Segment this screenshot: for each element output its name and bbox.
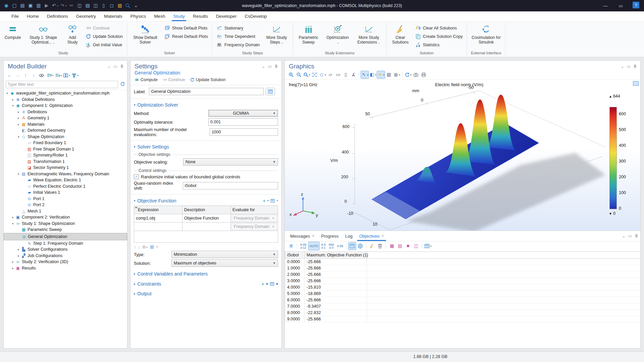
model-tree-node-text-button[interactable]: ▾: [63, 72, 70, 79]
cut-button[interactable]: ✂: [68, 2, 75, 9]
add-study-button[interactable]: Add Study: [62, 22, 83, 45]
tree-node-initial-values-1[interactable]: ▰Initial Values 1: [4, 189, 127, 196]
transparency-button[interactable]: ▨: [385, 71, 392, 78]
section-objective-function[interactable]: ▾ Objective Function +▾ ▾: [134, 198, 278, 203]
expand-all-button[interactable]: ▾: [54, 72, 62, 79]
tree-node-parametric-sweep[interactable]: ▦Parametric Sweep: [4, 227, 127, 233]
tree-expander-icon[interactable]: ▾: [16, 135, 21, 138]
tab-log[interactable]: Log: [342, 231, 356, 241]
precision-850-button[interactable]: 850e-3: [328, 242, 335, 250]
study1-button[interactable]: Study 1: Shape Optimizat...⌄: [24, 22, 62, 45]
help-button[interactable]: ?: [633, 2, 639, 8]
forward-button[interactable]: →: [14, 72, 21, 79]
tree-node-general-optimization[interactable]: ◎General Optimization: [4, 233, 127, 240]
save-as-button[interactable]: ▥: [35, 2, 42, 9]
menu-csdevelop[interactable]: CsDevelop: [240, 11, 271, 21]
tree-node-definitions[interactable]: ▸≡Definitions: [4, 109, 127, 115]
precision-85-button[interactable]: 8.5e-1: [320, 242, 327, 250]
update-solution-button[interactable]: Update Solution: [83, 32, 124, 41]
tree-node-free-shape-domain-1[interactable]: ▨Free Shape Domain 1: [4, 146, 127, 153]
panel-float-icon[interactable]: ▭: [114, 64, 117, 69]
paste-button[interactable]: ▤: [84, 2, 91, 9]
tree-expander-icon[interactable]: ▸: [16, 116, 21, 120]
constraint-table-icon[interactable]: [270, 282, 274, 286]
objectives-row[interactable]: 3.0000-25.666: [285, 278, 641, 284]
environment-button[interactable]: ◍▾: [393, 71, 400, 78]
clear-solutions-button[interactable]: Clear Solutions: [388, 22, 413, 45]
add-row-icon[interactable]: +: [263, 198, 266, 203]
tree-node-deformed-geometry[interactable]: ◧Deformed Geometry: [4, 127, 127, 134]
refresh-icon[interactable]: [120, 81, 125, 88]
more-study-steps-button[interactable]: More Study Steps⌄: [262, 22, 291, 45]
preview-button[interactable]: [124, 2, 131, 9]
tolerance-input[interactable]: 0.001: [208, 118, 278, 126]
tree-node-step-1-frequency-domain[interactable]: ∿Step 1: Frequency Domain: [4, 240, 127, 247]
label-input[interactable]: General Optimization: [149, 88, 264, 95]
tree-node-materials[interactable]: ▸▦Materials: [4, 121, 127, 128]
tree-expander-icon[interactable]: ▸: [11, 98, 15, 101]
table-graph-button[interactable]: ▤: [396, 242, 404, 250]
clear-table-button[interactable]: [368, 242, 376, 250]
section-control-variables[interactable]: ▸ Control Variables and Parameters: [134, 271, 278, 277]
panel-pin-icon[interactable]: [635, 234, 638, 238]
select-frame-button[interactable]: ◻: [108, 2, 115, 9]
color-mode-button[interactable]: ◧▾: [369, 71, 377, 78]
objective-row[interactable]: Frequency Domain▼: [134, 223, 278, 231]
statistics-button[interactable]: Statistics: [413, 41, 465, 49]
precision-085-button[interactable]: 0.85: [336, 242, 344, 250]
view-yz-button[interactable]: ▭: [334, 71, 342, 78]
menu-physics[interactable]: Physics: [126, 11, 150, 21]
solution-select[interactable]: Maximum of objectives▼: [171, 259, 278, 267]
get-initial-value-button[interactable]: Get Initial Value: [83, 41, 124, 49]
close-icon[interactable]: ×: [382, 234, 384, 238]
delete-button[interactable]: ▯: [100, 2, 107, 9]
measure-button[interactable]: ∡: [350, 71, 357, 78]
filter-button[interactable]: ▾: [71, 72, 79, 79]
panel-collapse-icon[interactable]: ⌄: [262, 64, 265, 69]
tree-expander-icon[interactable]: ▾: [5, 92, 9, 95]
move-up-button[interactable]: ↑: [22, 72, 29, 79]
objectives-row[interactable]: 0.0000-25.666: [285, 259, 641, 265]
menu-materials[interactable]: Materials: [100, 11, 126, 21]
cosimulation-button[interactable]: Cosimulation for Simulink: [469, 22, 503, 45]
reset-default-plots-button[interactable]: Reset Default Plots: [162, 32, 210, 41]
tree-expander-icon[interactable]: ▸: [16, 248, 21, 251]
panel-float-icon[interactable]: ▭: [627, 64, 631, 69]
settings-continue-button[interactable]: Continue: [162, 77, 185, 82]
save-button[interactable]: ▣: [27, 2, 34, 9]
filter-input[interactable]: [6, 81, 118, 88]
menu-developer[interactable]: Developer: [212, 11, 241, 21]
add-constraint-icon[interactable]: +: [261, 281, 264, 287]
tree-node-global-definitions[interactable]: ▸⊕Global Definitions: [4, 97, 127, 103]
settings-compute-button[interactable]: Compute: [135, 77, 158, 82]
tree-node-mesh-1[interactable]: △Mesh 1: [4, 208, 127, 215]
objectives-row[interactable]: 4.0000-15.810: [285, 284, 641, 291]
objectives-row[interactable]: 5.0000-18.869: [285, 291, 641, 297]
tree-expander-icon[interactable]: ▸: [11, 266, 15, 270]
move-up-icon[interactable]: ↑: [134, 244, 136, 249]
tab-objectives[interactable]: Objectives×: [356, 231, 387, 241]
objectives-col-max[interactable]: Maximum: Objective Function (1): [305, 252, 367, 259]
tree-expander-icon[interactable]: ▸: [11, 216, 15, 219]
tree-node-solver-configurations[interactable]: ▸▙Solver Configurations: [4, 246, 127, 253]
objectives-col-isobol[interactable]: iSobol: [285, 252, 305, 259]
tree-node-geometry-1[interactable]: ▸AGeometry 1: [4, 115, 127, 121]
tree-expander-icon[interactable]: ▾: [11, 222, 15, 225]
panel-pin-icon[interactable]: [633, 64, 637, 69]
table-format-button[interactable]: [348, 242, 356, 250]
panel-float-icon[interactable]: ▭: [268, 64, 272, 69]
delete-results-button[interactable]: [376, 242, 384, 250]
panel-collapse-icon[interactable]: ⌄: [108, 64, 111, 69]
table-options-icon[interactable]: [150, 245, 154, 249]
minimize-button[interactable]: —: [598, 0, 613, 11]
refresh-plot-button[interactable]: ▾: [404, 71, 412, 78]
delete-row-icon[interactable]: ≣×: [142, 244, 148, 249]
tree-node-fixed-boundary-1[interactable]: ▱Fixed Boundary 1: [4, 140, 127, 146]
app-logo-button[interactable]: ◉: [3, 2, 10, 9]
panel-pin-icon[interactable]: [274, 64, 278, 69]
tree-node-results[interactable]: ▸▣Results: [4, 265, 127, 272]
show-button[interactable]: [38, 72, 45, 79]
tree-node-study-2-verification-3d-[interactable]: ▸∞Study 2: Verification (3D): [4, 259, 127, 265]
zoom-out-button[interactable]: [295, 71, 303, 78]
table-surface-button[interactable]: ■: [404, 242, 412, 250]
